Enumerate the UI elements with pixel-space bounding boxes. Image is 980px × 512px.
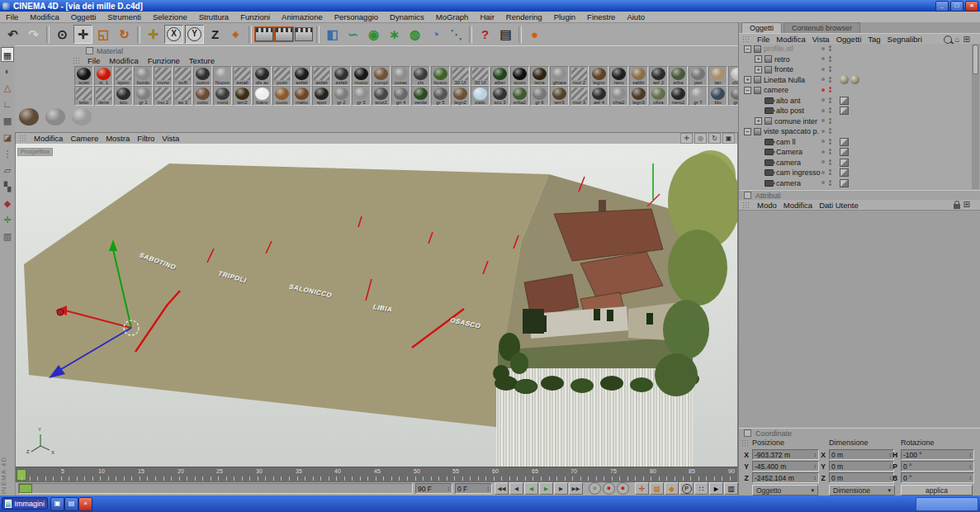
material-swatch[interactable]: cosmi <box>193 66 212 86</box>
object-tree-row[interactable]: + fronte <box>739 64 973 75</box>
object-tree-row[interactable]: + Linetta Nulla <box>739 75 973 86</box>
axis-mode-icon[interactable]: ✛ <box>1 212 14 227</box>
object-tree-row[interactable]: + comune inter <box>739 116 973 127</box>
stepper-icon[interactable]: ↕ <box>814 452 817 457</box>
material-swatch[interactable]: erba2 <box>510 86 529 106</box>
object-tree-row[interactable]: cam ll <box>739 137 973 148</box>
object-tree-row[interactable]: − camere <box>739 85 973 96</box>
object-tree-row[interactable]: camera <box>739 158 973 168</box>
texture-mode-icon[interactable]: ◆ <box>1 196 14 211</box>
selection-filter-icon[interactable]: ► <box>709 482 723 495</box>
menu-item[interactable]: Selezione <box>147 12 193 21</box>
object-tree-row[interactable]: alto post <box>739 106 973 116</box>
material-swatch[interactable]: terra <box>530 66 549 86</box>
coordinate-system-icon[interactable]: ⌖ <box>226 25 245 44</box>
move-axes-icon[interactable]: ✛ <box>144 25 163 44</box>
zoom-view-icon[interactable]: ◎ <box>694 133 707 144</box>
scrollbar-thumb[interactable] <box>973 45 978 74</box>
object-tags[interactable] <box>840 147 849 157</box>
material-swatch[interactable]: scu <box>114 86 133 106</box>
object-label[interactable]: viste spaccato p. <box>764 127 819 135</box>
visibility-dots[interactable] <box>821 56 831 62</box>
layer-dot-icon[interactable] <box>821 47 825 50</box>
coordinate-field[interactable]: 0 °↕ <box>901 472 974 483</box>
material-swatch[interactable]: terr2 <box>233 86 252 106</box>
play-icon[interactable]: ▶ <box>539 482 553 495</box>
stepper-icon[interactable]: ↕ <box>487 486 490 491</box>
pan-view-icon[interactable]: ✛ <box>680 133 693 144</box>
record-position-icon[interactable]: ● <box>589 482 601 495</box>
stepper-icon[interactable]: ↕ <box>969 452 973 457</box>
material-swatch[interactable]: chia2 <box>609 86 628 106</box>
material-swatch[interactable]: piet <box>689 66 708 86</box>
material-swatch[interactable]: 30 Ul <box>471 66 490 86</box>
material-swatch[interactable] <box>17 107 41 126</box>
menu-item[interactable]: Finestre <box>581 12 621 21</box>
object-label[interactable]: Linetta Nulla <box>764 76 805 84</box>
object-menu-item[interactable]: Vista <box>812 35 836 44</box>
tile-window-button[interactable]: ▤ <box>64 497 78 511</box>
coordinate-field[interactable]: -45.400 m↕ <box>752 461 819 472</box>
lock-icon[interactable] <box>954 204 960 209</box>
visibility-dots[interactable] <box>821 180 831 186</box>
material-swatch[interactable]: asf 2 <box>649 66 668 86</box>
current-frame-field[interactable]: 0 F ↕ <box>455 483 492 494</box>
layer-dot-icon[interactable] <box>821 160 825 164</box>
object-tags[interactable] <box>840 106 849 116</box>
coordinate-mode-dropdown[interactable]: Oggetto ▾ <box>752 485 818 495</box>
material-swatch[interactable]: legn3 <box>629 86 648 106</box>
visibility-dots[interactable] <box>821 149 831 154</box>
view-label[interactable]: Prospettiva <box>17 148 53 156</box>
coordinate-field[interactable]: -2452.104 m↕ <box>752 472 819 483</box>
lock-z-icon[interactable]: Z <box>206 25 225 44</box>
array-icon[interactable]: ∗ <box>385 25 404 44</box>
expander-icon[interactable]: − <box>744 128 751 135</box>
material-swatch[interactable]: cuoio <box>272 86 291 106</box>
object-tags[interactable] <box>840 96 849 106</box>
coordinate-field[interactable]: -903.372 m↕ <box>752 449 819 460</box>
material-menu-item[interactable]: File <box>88 56 109 65</box>
material-swatch[interactable]: tetto <box>74 86 93 106</box>
material-swatch[interactable]: erba <box>669 66 688 86</box>
layout-icon[interactable]: ▤ <box>496 25 515 44</box>
stepper-icon[interactable]: ↕ <box>969 463 973 469</box>
visibility-dots[interactable] <box>821 169 831 175</box>
polygons-mode-icon[interactable]: ▚ <box>1 179 14 194</box>
object-tags[interactable] <box>840 168 849 178</box>
layer-dot-icon[interactable] <box>821 68 825 71</box>
search-icon[interactable] <box>944 36 952 44</box>
snap-icon[interactable]: ▥ <box>1 229 14 244</box>
material-swatch[interactable] <box>69 107 94 126</box>
material-swatch[interactable]: compl <box>372 66 391 86</box>
material-swatch[interactable]: mur 3 <box>570 86 589 106</box>
coordinate-field[interactable]: 0 m↕ <box>829 472 894 483</box>
material-swatch[interactable]: posti <box>272 66 291 86</box>
visibility-dots[interactable] <box>821 159 831 165</box>
material-swatch[interactable]: bosco <box>431 66 450 86</box>
expander-icon[interactable]: + <box>755 117 762 125</box>
expander-icon[interactable]: + <box>755 55 762 63</box>
object-menu-item[interactable]: File <box>757 35 776 44</box>
restore-window-button[interactable]: ▣ <box>50 497 64 511</box>
coordinate-field[interactable]: 0 °↕ <box>901 461 974 472</box>
undo-icon[interactable]: ↶ <box>3 25 22 44</box>
material-swatch[interactable]: mu 2 <box>154 86 173 106</box>
material-swatch[interactable]: gr 7 <box>689 86 708 106</box>
key-scale-icon[interactable]: ▦ <box>650 482 664 495</box>
menu-item[interactable]: Struttura <box>193 12 234 21</box>
material-swatch[interactable]: scatt <box>74 66 93 86</box>
object-tags[interactable] <box>840 75 859 85</box>
rotate-view-icon[interactable]: ↻ <box>708 133 721 144</box>
panel-fold-checkbox[interactable] <box>86 47 93 55</box>
layer-dot-icon[interactable] <box>821 150 825 154</box>
visibility-dots[interactable] <box>821 87 831 92</box>
stepper-icon[interactable]: ↕ <box>969 475 973 481</box>
visibility-dots[interactable] <box>821 139 831 145</box>
material-swatch[interactable]: scuro <box>510 66 529 86</box>
material-swatch[interactable]: cls <box>411 66 430 86</box>
material-swatch[interactable]: ruvid <box>213 86 232 106</box>
material-swatch[interactable]: scur2 <box>372 86 391 106</box>
object-label[interactable]: cam ll <box>776 138 796 146</box>
visibility-dots[interactable] <box>821 107 831 113</box>
material-swatch[interactable]: terr3 <box>550 86 569 106</box>
